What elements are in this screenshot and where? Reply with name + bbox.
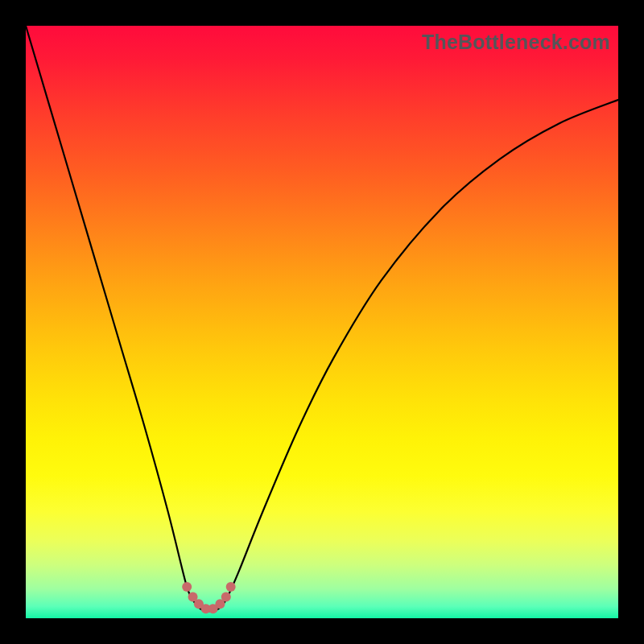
- plot-area: TheBottleneck.com: [26, 26, 618, 618]
- marker-group: [182, 582, 235, 613]
- curve-marker: [221, 592, 231, 602]
- curve-marker: [226, 582, 236, 592]
- bottleneck-curve: [26, 26, 618, 611]
- chart-frame: TheBottleneck.com: [0, 0, 644, 644]
- curve-marker: [182, 582, 192, 592]
- curve-layer: [26, 26, 618, 618]
